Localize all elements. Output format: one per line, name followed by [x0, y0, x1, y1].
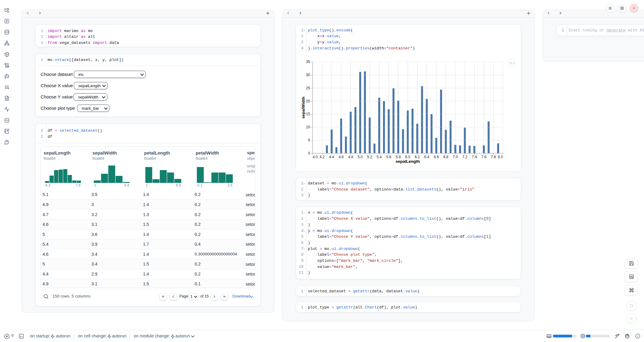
svg-text:4.8: 4.8: [348, 155, 353, 159]
svg-text:6.0: 6.0: [405, 155, 410, 159]
svg-text:5.0: 5.0: [358, 155, 363, 159]
svg-text:25: 25: [306, 86, 310, 90]
svg-text:sepalLength: sepalLength: [395, 159, 420, 164]
svg-text:5.2: 5.2: [367, 155, 372, 159]
svg-text:20: 20: [306, 99, 310, 103]
svg-text:5.6: 5.6: [386, 155, 391, 159]
svg-text:0: 0: [308, 151, 310, 155]
svg-text:sepalWidth: sepalWidth: [301, 97, 305, 119]
svg-text:6.8: 6.8: [443, 155, 448, 159]
svg-text:4.6: 4.6: [338, 155, 344, 159]
svg-text:4.0: 4.0: [313, 155, 318, 159]
svg-text:4.2: 4.2: [320, 155, 325, 159]
svg-text:30: 30: [306, 73, 310, 77]
svg-text:7.4: 7.4: [472, 155, 477, 159]
svg-text:5.8: 5.8: [395, 155, 401, 159]
svg-text:5: 5: [308, 138, 310, 142]
svg-text:6.4: 6.4: [424, 155, 429, 159]
svg-text:6.2: 6.2: [415, 155, 420, 159]
svg-text:5.4: 5.4: [377, 155, 382, 159]
svg-text:4.4: 4.4: [329, 155, 334, 159]
svg-text:7.6: 7.6: [481, 155, 486, 159]
svg-text:10: 10: [306, 125, 310, 129]
svg-text:7.2: 7.2: [462, 155, 467, 159]
svg-text:35: 35: [306, 60, 310, 64]
svg-text:6.6: 6.6: [434, 155, 439, 159]
svg-text:7.8: 7.8: [491, 155, 496, 159]
svg-text:7.0: 7.0: [453, 155, 458, 159]
svg-text:15: 15: [306, 112, 310, 116]
svg-text:8.0: 8.0: [498, 155, 503, 159]
